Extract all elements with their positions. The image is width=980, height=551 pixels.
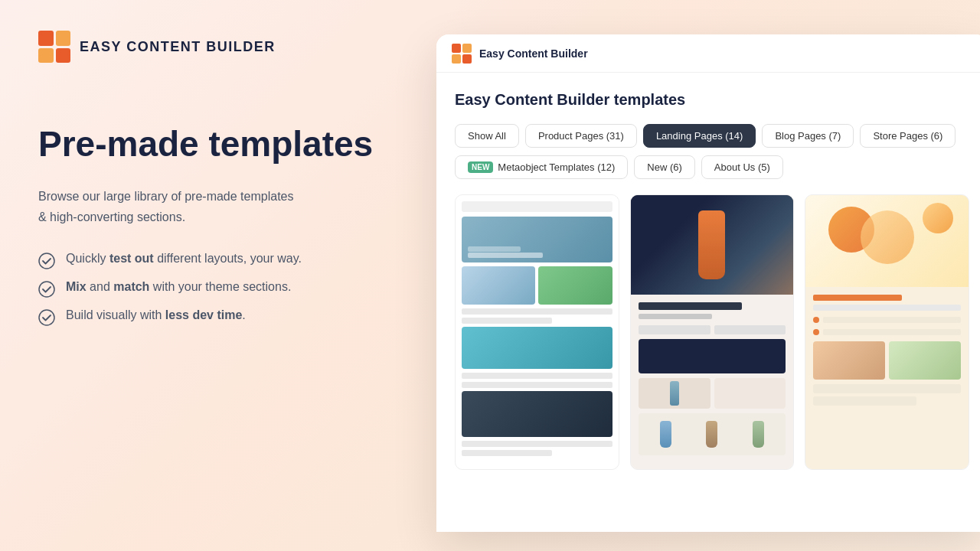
app-window: Easy Content Builder Easy Content Builde… [436,34,980,532]
check-icon-1 [38,253,55,269]
card2-mock [631,195,794,469]
main-heading: Pre-made templates [38,124,406,165]
filter-about-us[interactable]: About Us (5) [701,155,783,179]
filter-row-2: NEW Metaobject Templates (12) New (6) Ab… [455,155,969,179]
svg-point-1 [39,282,54,297]
app-logo-small [452,44,472,64]
app-titlebar: Easy Content Builder [436,34,980,73]
left-panel: EASY CONTENT BUILDER Pre-made templates … [0,0,444,551]
filter-metaobject[interactable]: NEW Metaobject Templates (12) [455,155,628,179]
feature-item-2: Mix and match with your theme sections. [38,280,406,298]
svg-point-2 [39,310,54,325]
templates-grid [455,194,969,470]
card3-mock [805,195,969,469]
logo-area: EASY CONTENT BUILDER [38,31,406,63]
template-card-2[interactable] [630,194,795,470]
templates-heading: Easy Content Builder templates [455,91,969,109]
template-card-3[interactable] [805,194,969,470]
feature-item-3: Build visually with less dev time. [38,308,406,326]
check-icon-3 [38,309,55,326]
sub-text: Browse our large library of pre-made tem… [38,186,406,227]
filter-row-1: Show All Product Pages (31) Landing Page… [455,124,969,148]
filter-landing-pages[interactable]: Landing Pages (14) [643,124,756,148]
filter-store-pages[interactable]: Store Pages (6) [860,124,956,148]
logo-text: EASY CONTENT BUILDER [80,39,276,55]
card1-mock [456,195,619,469]
feature-item-1: Quickly test out different layouts, your… [38,252,406,269]
new-tag: NEW [468,161,493,173]
filter-new[interactable]: New (6) [634,155,695,179]
filter-blog-pages[interactable]: Blog Pages (7) [762,124,854,148]
filter-show-all[interactable]: Show All [455,124,519,148]
app-title: Easy Content Builder [479,47,588,60]
svg-point-0 [39,253,54,269]
logo-icon [38,31,70,63]
app-content: Easy Content Builder templates Show All … [436,73,980,470]
filter-product-pages[interactable]: Product Pages (31) [525,124,637,148]
check-icon-2 [38,281,55,298]
features-list: Quickly test out different layouts, your… [38,252,406,326]
template-card-1[interactable] [455,194,619,470]
